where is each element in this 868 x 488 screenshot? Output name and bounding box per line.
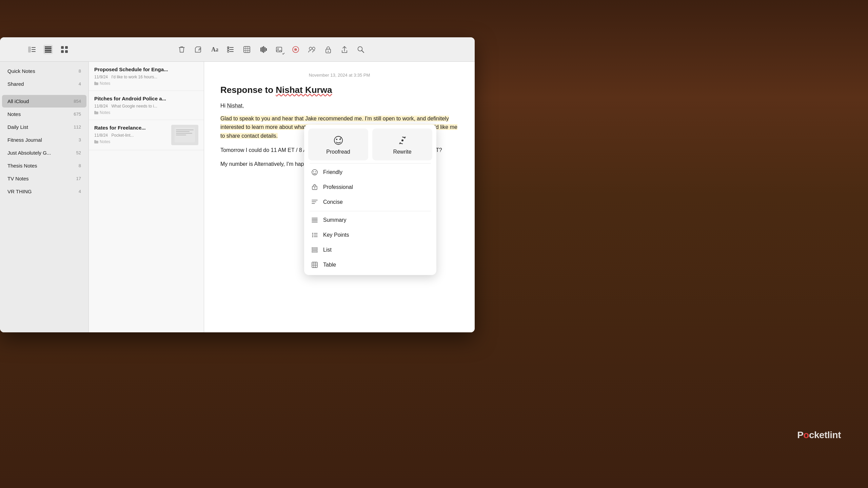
sidebar-item-vr-thing[interactable]: VR THING 4 [2,185,86,198]
svg-rect-66 [312,248,317,249]
friendly-icon [311,169,318,176]
note-thumbnail-2 [171,125,198,145]
proofread-button[interactable]: Proofread [308,129,368,160]
sidebar-item-daily-list[interactable]: Daily List 112 [2,121,86,133]
svg-rect-27 [264,47,265,52]
wt-item-friendly[interactable]: Friendly [304,165,436,180]
list-view-button[interactable] [43,45,53,54]
svg-rect-52 [314,188,315,188]
wt-divider-2 [310,211,431,211]
writing-tools-dropdown: Proofread Rewrite [304,124,436,275]
svg-rect-5 [45,48,52,49]
note-editor[interactable]: November 13, 2024 at 3:35 PM Response to… [204,62,475,332]
delete-button[interactable] [177,45,186,54]
sidebar-item-fitness-journal[interactable]: Fitness Journal 3 [2,134,86,146]
sidebar: Quick Notes 8 Shared 4 All iCloud 854 No… [0,62,89,332]
grid-view-button[interactable] [60,45,69,54]
svg-point-60 [312,233,313,234]
svg-rect-29 [276,47,282,52]
svg-rect-4 [45,46,52,47]
svg-rect-41 [176,131,190,132]
svg-rect-11 [65,50,68,53]
friendly-label: Friendly [323,169,342,175]
svg-point-46 [339,139,341,140]
svg-point-30 [277,48,279,50]
audio-button[interactable] [258,45,268,54]
app-window: Aa [0,37,475,332]
wt-item-key-points[interactable]: Key Points [304,228,436,242]
svg-point-17 [228,51,229,52]
table-button[interactable] [242,45,252,54]
svg-point-32 [295,49,296,50]
sidebar-item-thesis-notes[interactable]: Thesis Notes 8 [2,159,86,172]
list-icon [311,246,318,254]
note-title: Response to Nishat Kurwa [220,84,458,96]
concise-icon [311,198,318,206]
note-folder-1: Notes [94,110,196,115]
svg-rect-68 [312,251,317,252]
note-item-2[interactable]: Rates for Freelance... 11/8/24 Pocket-li… [89,120,204,150]
svg-rect-9 [65,46,68,49]
svg-rect-8 [61,46,64,49]
sidebar-item-shared[interactable]: Shared 4 [2,78,86,90]
lock-button[interactable] [323,45,333,54]
svg-point-33 [309,47,312,50]
key-points-label: Key Points [323,232,349,238]
svg-rect-6 [45,50,52,51]
media-button[interactable] [275,45,284,54]
svg-rect-28 [266,48,267,51]
sidebar-item-quick-notes[interactable]: Quick Notes 8 [2,65,86,77]
compose-button[interactable] [193,45,203,54]
note-item-1[interactable]: Pitches for Android Police a... 11/8/24 … [89,91,204,120]
toolbar-center: Aa [75,45,468,54]
pocketlint-watermark: Pocketlint [797,430,841,441]
sidebar-item-all-icloud[interactable]: All iCloud 854 [2,95,86,108]
name-underline: Nishat Kurwa [276,85,332,95]
svg-rect-19 [244,46,250,53]
svg-rect-67 [312,250,317,251]
svg-rect-1 [32,47,36,48]
svg-text:Aa: Aa [211,46,218,53]
svg-point-48 [312,170,317,175]
professional-label: Professional [323,184,353,190]
checklist-button[interactable] [226,45,235,54]
sidebar-item-just-absolutely[interactable]: Just Absolutely G... 52 [2,147,86,159]
wt-top-row: Proofread Rewrite [304,124,436,160]
svg-rect-26 [263,46,264,53]
wt-item-table[interactable]: Table [304,257,436,272]
svg-rect-16 [230,49,234,50]
list-label: List [323,247,332,253]
format-button[interactable]: Aa [210,45,219,54]
collaborate-button[interactable] [307,45,317,54]
svg-point-34 [312,47,315,50]
sidebar-item-tv-notes[interactable]: TV Notes 17 [2,172,86,185]
note-folder-0: Notes [94,81,196,86]
svg-line-38 [362,51,364,53]
writing-tools-button[interactable] [291,45,300,54]
note-folder-2: Notes [94,139,169,144]
notes-list: Proposed Schedule for Enga... 11/9/24 I'… [89,62,204,332]
svg-point-62 [312,235,313,236]
svg-rect-18 [230,51,234,52]
wt-item-summary[interactable]: Summary [304,213,436,228]
sidebar-toggle-button[interactable] [27,45,37,54]
rewrite-button[interactable]: Rewrite [372,129,432,160]
svg-rect-0 [28,46,31,53]
svg-point-45 [336,139,337,140]
concise-label: Concise [323,199,343,205]
wt-item-list[interactable]: List [304,242,436,257]
svg-rect-24 [260,47,261,52]
sidebar-item-notes[interactable]: Notes 675 [2,108,86,120]
main-content: Quick Notes 8 Shared 4 All iCloud 854 No… [0,62,475,332]
svg-rect-25 [262,47,263,52]
wt-divider-1 [310,163,431,163]
proofread-icon [333,135,343,145]
wt-item-professional[interactable]: Professional [304,180,436,195]
note-item-0[interactable]: Proposed Schedule for Enga... 11/9/24 I'… [89,62,204,91]
share-button[interactable] [340,45,349,54]
svg-rect-7 [45,52,52,53]
wt-item-concise[interactable]: Concise [304,195,436,210]
summary-icon [311,216,318,224]
svg-rect-10 [61,50,64,53]
search-button[interactable] [356,45,366,54]
